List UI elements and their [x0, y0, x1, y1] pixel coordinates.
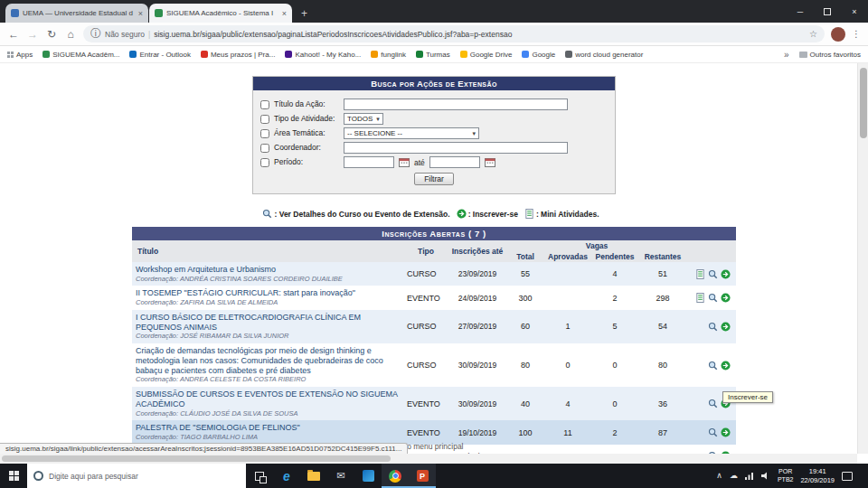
- tab-close-icon[interactable]: ×: [138, 9, 143, 18]
- inscricoes-abertas-section: Inscrições Abertas ( 7 ) Título Tipo Ins…: [132, 227, 736, 464]
- profile-avatar[interactable]: [831, 27, 845, 42]
- view-details-icon[interactable]: [708, 361, 718, 371]
- mini-activities-icon[interactable]: [695, 269, 705, 279]
- bookmarks-overflow-icon[interactable]: »: [784, 50, 789, 60]
- photos-button[interactable]: [354, 464, 382, 488]
- filter-titulo-checkbox[interactable]: [260, 100, 269, 109]
- address-bar[interactable]: ⓘ Não seguro | sisig.uema.br/sigaa/publi…: [83, 25, 825, 42]
- minimize-button[interactable]: ─: [787, 0, 814, 23]
- refresh-icon[interactable]: ↻: [45, 28, 58, 41]
- bookmark-siguema[interactable]: SIGUEMA Acadêm...: [42, 51, 119, 59]
- favicon-icon: [565, 51, 572, 58]
- action-title-link[interactable]: PALESTRA DE "SEMIOLOGIA DE FELINOS": [136, 423, 400, 433]
- col-header-tipo: Tipo: [403, 240, 448, 262]
- maximize-button[interactable]: [814, 0, 841, 23]
- inscrever-icon[interactable]: [721, 361, 731, 371]
- home-icon[interactable]: ⌂: [64, 28, 77, 41]
- action-title-link[interactable]: Workshop em Arquitetura e Urbanismo: [136, 265, 400, 275]
- view-details-icon[interactable]: [708, 427, 718, 437]
- vertical-scroll-thumb[interactable]: [860, 68, 867, 138]
- taskbar-clock[interactable]: 19:41 22/09/2019: [800, 467, 835, 484]
- view-details-icon[interactable]: [708, 269, 718, 279]
- action-center-icon[interactable]: [842, 472, 853, 481]
- language-indicator[interactable]: POR PTB2: [778, 468, 794, 484]
- new-tab-button[interactable]: +: [293, 4, 316, 23]
- aprovadas-cell: 0: [544, 343, 591, 387]
- start-button[interactable]: [0, 464, 27, 488]
- filter-area-checkbox[interactable]: [260, 129, 269, 138]
- area-label: Área Temática:: [274, 129, 339, 137]
- bookmark-label: Google: [532, 51, 555, 59]
- action-title-link[interactable]: II TOSEMEP "ESTÁGIO CURRICULAR: start pa…: [136, 288, 400, 298]
- inscrever-icon[interactable]: [721, 293, 731, 303]
- edge-button[interactable]: e: [273, 464, 300, 488]
- periodo-fim-input[interactable]: [429, 156, 480, 168]
- tray-chevron-icon[interactable]: ∧: [716, 472, 722, 480]
- inscrever-icon[interactable]: [721, 322, 731, 332]
- view-details-icon[interactable]: [708, 399, 718, 408]
- bookmark-star-icon[interactable]: ☆: [809, 29, 817, 39]
- chrome-button[interactable]: [382, 464, 409, 488]
- vertical-scrollbar[interactable]: [857, 63, 868, 454]
- titulo-input[interactable]: [344, 99, 568, 110]
- inscrever-icon[interactable]: [721, 269, 731, 279]
- horizontal-scrollbar[interactable]: [0, 454, 857, 464]
- periodo-inicio-input[interactable]: [344, 156, 394, 168]
- subscribe-icon: [457, 209, 467, 219]
- pendentes-cell: 0: [591, 343, 638, 387]
- coordenacao-text: Coordenação: CLÁUDIO JOSÉ DA SILVA DE SO…: [136, 410, 400, 418]
- total-cell: 40: [506, 387, 544, 420]
- action-title-link[interactable]: I CURSO BÁSICO DE ELETROCARDIOGRAFIA CLÍ…: [136, 313, 400, 333]
- area-select[interactable]: -- SELECIONE -- ▾: [344, 127, 479, 139]
- bookmark-outlook[interactable]: Entrar - Outlook: [129, 51, 190, 59]
- bookmark-kahoot[interactable]: Kahoot! - My Kaho...: [285, 51, 361, 59]
- action-title-link[interactable]: Criação de demandas tecnológicas por mei…: [136, 346, 400, 375]
- filter-tipo-checkbox[interactable]: [260, 115, 269, 124]
- browser-menu-icon[interactable]: ⋮: [852, 29, 861, 39]
- tab-close-icon[interactable]: ×: [282, 9, 287, 18]
- calendar-icon[interactable]: [485, 157, 495, 167]
- speaker-icon[interactable]: [761, 472, 770, 480]
- filtrar-button[interactable]: Filtrar: [414, 173, 454, 185]
- network-icon[interactable]: [745, 472, 754, 480]
- bookmark-google[interactable]: Google: [522, 51, 555, 59]
- horizontal-scroll-thumb[interactable]: [2, 455, 391, 462]
- total-cell: 55: [506, 262, 544, 286]
- restantes-cell: 80: [638, 343, 687, 387]
- tab-siguema[interactable]: SIGUEMA Acadêmico - Sistema I ×: [149, 4, 292, 23]
- favicon-icon: [129, 51, 137, 58]
- task-view-button[interactable]: [246, 464, 273, 488]
- close-button[interactable]: ×: [841, 0, 868, 23]
- other-bookmarks[interactable]: Outros favoritos: [799, 51, 861, 59]
- bookmark-turmas[interactable]: Turmas: [416, 51, 450, 59]
- bookmark-apps[interactable]: Apps: [7, 51, 33, 59]
- tipo-select[interactable]: TODOS ▾: [344, 113, 383, 125]
- mail-button[interactable]: ✉: [327, 464, 354, 488]
- forward-icon[interactable]: →: [26, 28, 39, 41]
- onedrive-cloud-icon[interactable]: ☁: [730, 472, 738, 480]
- calendar-icon[interactable]: [399, 157, 410, 167]
- filter-periodo-checkbox[interactable]: [260, 158, 269, 167]
- col-header-titulo: Título: [132, 240, 403, 262]
- file-explorer-button[interactable]: [300, 464, 327, 488]
- action-title-link[interactable]: SUBMISSÃO DE CURSOS E EVENTOS DE EXTENSÃ…: [136, 389, 400, 409]
- ate-cell: 23/09/2019: [448, 262, 506, 286]
- bookmark-word-cloud[interactable]: word cloud generator: [565, 51, 643, 59]
- inscrever-icon[interactable]: [721, 427, 731, 437]
- powerpoint-button[interactable]: P: [409, 464, 436, 488]
- tab-uema[interactable]: UEMA — Universidade Estadual d ×: [5, 4, 148, 23]
- favicon-icon: [371, 51, 378, 58]
- mini-activities-icon[interactable]: [695, 293, 705, 303]
- filter-coordenador-checkbox[interactable]: [260, 144, 269, 153]
- back-icon[interactable]: ←: [7, 28, 20, 41]
- col-header-actions: [687, 240, 736, 262]
- bookmark-meus-prazos[interactable]: Meus prazos | Pra...: [201, 51, 275, 59]
- coordenador-input[interactable]: [344, 142, 568, 154]
- table-row: I CURSO BÁSICO DE ELETROCARDIOGRAFIA CLÍ…: [132, 310, 736, 343]
- bookmark-funglink[interactable]: funglink: [371, 51, 406, 59]
- info-icon[interactable]: ⓘ: [90, 26, 101, 42]
- view-details-icon[interactable]: [708, 293, 718, 303]
- bookmark-google-drive[interactable]: Google Drive: [460, 51, 513, 59]
- view-details-icon[interactable]: [708, 322, 718, 332]
- taskbar-search[interactable]: Digite aqui para pesquisar: [27, 464, 246, 488]
